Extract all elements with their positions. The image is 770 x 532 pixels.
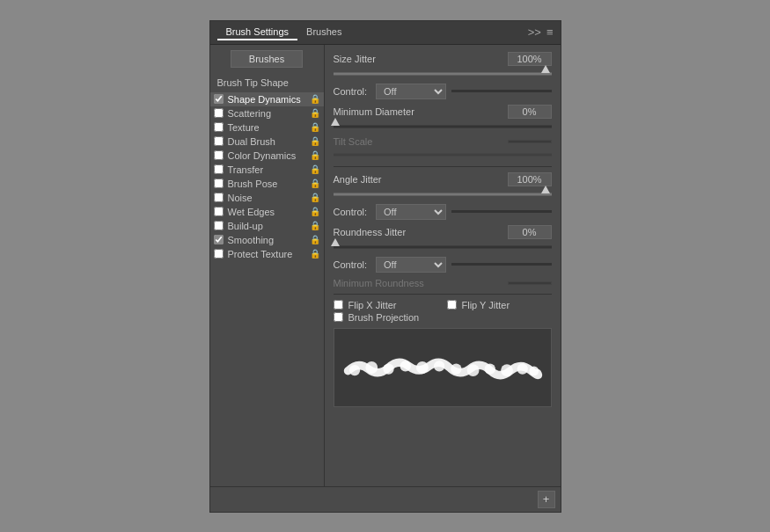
size-jitter-thumb	[541, 65, 550, 73]
min-diameter-slider[interactable]	[334, 120, 552, 133]
sidebar-item-shape-dynamics[interactable]: Shape Dynamics 🔒	[210, 92, 324, 106]
sidebar-checkbox-wet-edges[interactable]	[214, 207, 224, 216]
sidebar-item-dual-brush[interactable]: Dual Brush 🔒	[210, 135, 324, 149]
sidebar-label-brush-pose: Brush Pose	[228, 179, 310, 189]
sidebar-checkbox-protect-texture[interactable]	[214, 249, 224, 259]
sidebar-label-noise: Noise	[228, 193, 310, 203]
lock-icon-wet-edges: 🔒	[310, 207, 320, 216]
size-control-slider[interactable]	[451, 90, 551, 92]
flip-x-checkbox[interactable]	[334, 300, 343, 310]
brush-tip-shape-label[interactable]: Brush Tip Shape	[210, 75, 324, 92]
tilt-scale-track	[334, 153, 552, 156]
brush-preview	[334, 328, 552, 407]
sidebar-label-build-up: Build-up	[228, 221, 310, 231]
roundness-jitter-slider[interactable]	[334, 241, 552, 253]
angle-jitter-track	[334, 193, 552, 195]
size-jitter-fill	[334, 72, 552, 75]
size-control-select[interactable]: Off Fade Pen Pressure Pen Tilt	[376, 84, 446, 99]
roundness-control-select[interactable]: Off Fade Pen Pressure Pen Tilt	[376, 257, 446, 273]
brush-projection-checkbox[interactable]	[334, 312, 343, 322]
angle-jitter-thumb	[541, 186, 550, 193]
svg-point-7	[466, 364, 479, 376]
sidebar-checkbox-texture[interactable]	[214, 122, 224, 132]
svg-point-9	[501, 364, 513, 376]
roundness-control-slider[interactable]	[451, 263, 551, 266]
sidebar-checkbox-build-up[interactable]	[214, 221, 224, 230]
svg-point-4	[416, 361, 429, 374]
tilt-scale-value	[508, 140, 552, 143]
lock-icon-noise: 🔒	[310, 193, 320, 202]
lock-icon-brush-pose: 🔒	[310, 179, 320, 188]
svg-point-5	[434, 361, 444, 371]
divider-2	[334, 294, 552, 295]
svg-point-8	[484, 363, 495, 374]
sidebar-label-protect-texture: Protect Texture	[228, 249, 310, 259]
sidebar-item-transfer[interactable]: Transfer 🔒	[210, 163, 324, 177]
svg-point-10	[517, 363, 527, 374]
sidebar-label-smoothing: Smoothing	[228, 235, 310, 245]
sidebar-item-brush-pose[interactable]: Brush Pose 🔒	[210, 177, 324, 191]
brush-projection-row: Brush Projection	[334, 312, 552, 323]
min-diameter-label: Minimum Diameter	[334, 106, 508, 117]
flip-y-label: Flip Y Jitter	[462, 300, 510, 310]
sidebar-item-scattering[interactable]: Scattering 🔒	[210, 106, 324, 120]
size-control-label: Control:	[334, 86, 368, 97]
sidebar-checkbox-smoothing[interactable]	[214, 235, 224, 244]
add-button[interactable]: +	[538, 491, 555, 508]
roundness-jitter-label: Roundness Jitter	[334, 227, 508, 237]
min-roundness-row: Minimum Roundness	[334, 278, 552, 288]
brush-preview-svg	[334, 332, 551, 403]
angle-control-slider[interactable]	[451, 210, 551, 213]
sidebar-checkbox-dual-brush[interactable]	[214, 136, 224, 146]
tab-brushes[interactable]: Brushes	[297, 25, 350, 40]
svg-point-3	[400, 361, 410, 371]
flip-y-checkbox[interactable]	[447, 300, 457, 310]
panel-collapse-icon[interactable]: >>	[528, 26, 541, 39]
angle-jitter-slider[interactable]	[334, 188, 552, 200]
size-control-row: Control: Off Fade Pen Pressure Pen Tilt	[334, 84, 552, 99]
sidebar-checkbox-noise[interactable]	[214, 193, 224, 202]
sidebar-label-scattering: Scattering	[228, 108, 310, 119]
tab-brush-settings[interactable]: Brush Settings	[217, 25, 298, 40]
angle-control-select[interactable]: Off Fade Initial Direction Direction	[376, 204, 446, 220]
sidebar-item-build-up[interactable]: Build-up 🔒	[210, 219, 324, 233]
sidebar-label-wet-edges: Wet Edges	[228, 207, 310, 217]
min-diameter-thumb	[331, 118, 340, 126]
min-diameter-value: 0%	[508, 105, 552, 119]
sidebar-checkbox-scattering[interactable]	[214, 108, 224, 118]
lock-icon-smoothing: 🔒	[310, 235, 320, 244]
flip-x-label: Flip X Jitter	[348, 300, 397, 310]
size-jitter-slider[interactable]	[334, 68, 552, 80]
svg-point-1	[365, 361, 378, 374]
sidebar-item-texture[interactable]: Texture 🔒	[210, 120, 324, 135]
sidebar-checkbox-color-dynamics[interactable]	[214, 150, 224, 160]
panel-menu-icon[interactable]: ≡	[546, 26, 554, 39]
lock-icon-shape-dynamics: 🔒	[310, 94, 320, 104]
sidebar-checkbox-brush-pose[interactable]	[214, 179, 224, 188]
angle-control-row: Control: Off Fade Initial Direction Dire…	[334, 204, 552, 220]
sidebar: Brushes Brush Tip Shape Shape Dynamics 🔒…	[210, 45, 325, 486]
flip-x-row: Flip X Jitter	[334, 300, 438, 310]
svg-point-6	[451, 363, 461, 374]
sidebar-item-protect-texture[interactable]: Protect Texture 🔒	[210, 247, 324, 261]
panel-body: Brushes Brush Tip Shape Shape Dynamics 🔒…	[210, 45, 561, 486]
angle-jitter-fill	[334, 193, 552, 195]
sidebar-item-color-dynamics[interactable]: Color Dynamics 🔒	[210, 149, 324, 163]
tilt-scale-row: Tilt Scale	[334, 136, 552, 147]
angle-jitter-row: Angle Jitter 100%	[334, 172, 552, 186]
lock-icon-texture: 🔒	[310, 122, 320, 132]
roundness-jitter-value: 0%	[508, 225, 552, 239]
size-jitter-row: Size Jitter 100%	[334, 52, 552, 66]
sidebar-checkbox-shape-dynamics[interactable]	[214, 94, 224, 104]
sidebar-item-wet-edges[interactable]: Wet Edges 🔒	[210, 205, 324, 219]
sidebar-item-smoothing[interactable]: Smoothing 🔒	[210, 233, 324, 247]
svg-point-0	[348, 364, 359, 375]
sidebar-checkbox-transfer[interactable]	[214, 164, 224, 174]
roundness-control-row: Control: Off Fade Pen Pressure Pen Tilt	[334, 257, 552, 273]
lock-icon-color-dynamics: 🔒	[310, 150, 320, 160]
brushes-button[interactable]: Brushes	[231, 50, 303, 68]
sidebar-label-dual-brush: Dual Brush	[228, 136, 310, 147]
sidebar-item-noise[interactable]: Noise 🔒	[210, 191, 324, 205]
panel-header: Brush Settings Brushes >> ≡	[210, 21, 561, 45]
sidebar-label-transfer: Transfer	[228, 164, 310, 175]
